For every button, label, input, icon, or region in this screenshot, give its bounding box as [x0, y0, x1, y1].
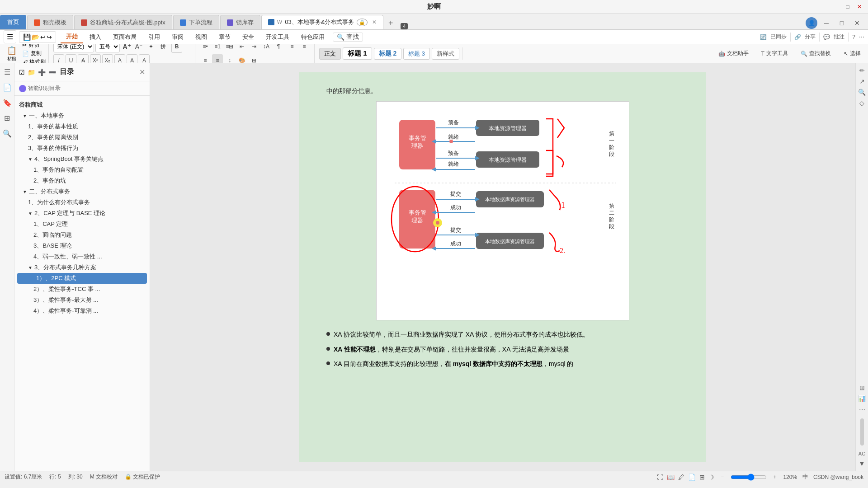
tree-item-root[interactable]: 谷粒商城: [14, 99, 150, 110]
zoom-out-btn[interactable]: －: [720, 473, 725, 481]
align-left-btn[interactable]: ≡: [287, 44, 297, 53]
tree-item-weak[interactable]: 4、弱一致性、弱一致性 ...: [14, 251, 150, 262]
nav-search-icon[interactable]: 🔍: [2, 128, 12, 138]
indent-increase-btn[interactable]: ⇥: [249, 44, 259, 53]
doc-icon2[interactable]: 📄: [688, 474, 696, 481]
align-right-btn[interactable]: ≡: [200, 54, 211, 63]
tree-item-propagation[interactable]: 3、事务的传播行为: [14, 143, 150, 154]
ribbon-tab-dev[interactable]: 开发工具: [260, 31, 295, 43]
tree-item-tcc[interactable]: 2）、柔性事务-TCC 事 ...: [14, 284, 150, 295]
style-new-btn[interactable]: 新样式: [432, 48, 459, 60]
select-btn[interactable]: ↖ 选择: [839, 48, 865, 59]
right-icon-down[interactable]: ▼: [859, 460, 865, 467]
border-btn[interactable]: ⊞: [249, 54, 259, 63]
restore-tab-btn[interactable]: □: [835, 17, 848, 29]
nav-toc-icon[interactable]: 📄: [2, 82, 12, 92]
find-replace-btn[interactable]: 🔍 查找替换: [796, 48, 835, 59]
right-icon-cursor[interactable]: ↗: [859, 78, 865, 85]
redo-quick-icon[interactable]: ↪: [47, 33, 52, 41]
bullet-list-btn[interactable]: ≡•: [200, 44, 211, 53]
font-size-select[interactable]: 五号: [95, 44, 120, 52]
tab-db[interactable]: 锁库存: [220, 15, 260, 29]
right-icon-shape[interactable]: ◇: [859, 99, 864, 107]
tree-item-why-dist[interactable]: 1、为什么有分布式事务: [14, 197, 150, 208]
undo-quick-icon[interactable]: ↩: [40, 33, 46, 41]
sidebar-minus-icon[interactable]: ➖: [48, 69, 56, 76]
nav-thumbnail-icon[interactable]: ⊞: [2, 113, 12, 123]
help-btn[interactable]: ?: [852, 34, 855, 40]
nav-toggle[interactable]: ☰: [4, 30, 16, 43]
tree-item-reliable-msg[interactable]: 4）、柔性事务-可靠消 ...: [14, 305, 150, 316]
italic-btn[interactable]: I: [53, 54, 64, 63]
doc-helper-btn[interactable]: 🤖 文档助手: [714, 48, 753, 59]
tree-item-dist-tx[interactable]: ▼二、分布式事务: [14, 186, 150, 197]
ribbon-tab-ref[interactable]: 引用: [143, 31, 165, 43]
search-ribbon-btn[interactable]: 🔍 查找: [333, 33, 363, 42]
ribbon-tab-insert[interactable]: 插入: [84, 31, 107, 43]
more-btn[interactable]: ⋯: [859, 34, 864, 40]
tab-ppt[interactable]: 谷粒商城-分布式高级-图.pptx: [74, 15, 172, 29]
save-icon[interactable]: 💾: [23, 33, 31, 41]
ribbon-tab-chapter[interactable]: 章节: [213, 31, 236, 43]
text-tool-btn[interactable]: T 文字工具: [757, 48, 793, 59]
sidebar-ai-bar[interactable]: 智能识别目录: [14, 81, 150, 96]
align-center-btn[interactable]: ≡: [299, 44, 310, 53]
clear-format-btn[interactable]: ✦: [146, 44, 156, 53]
content-area[interactable]: 中的那部分信息。 事务管 理器 本地资源管理器 本地资源管理器: [150, 63, 855, 471]
right-icon-table[interactable]: ⊞: [859, 384, 865, 391]
sidebar-check-icon[interactable]: ☑: [19, 69, 25, 76]
show-para-btn[interactable]: ¶: [273, 44, 284, 53]
zoom-in-btn[interactable]: ＋: [772, 473, 778, 481]
grid-icon[interactable]: ⊞: [699, 474, 705, 481]
highlight-btn[interactable]: A̲: [127, 54, 137, 63]
nav-menu-icon[interactable]: ☰: [2, 67, 12, 77]
paste-btn[interactable]: 📋 粘贴: [3, 46, 21, 62]
zoom-level[interactable]: 120%: [783, 474, 797, 480]
right-icon-edit[interactable]: ✏: [859, 67, 865, 74]
reading-icon[interactable]: 📖: [667, 474, 675, 481]
minimize-button[interactable]: ─: [832, 3, 840, 11]
tree-item-base[interactable]: 3、BASE 理论: [14, 240, 150, 251]
ribbon-tab-review[interactable]: 审阅: [166, 31, 189, 43]
sidebar-folder-icon[interactable]: 📁: [28, 69, 35, 76]
tree-item-isolation[interactable]: 2、事务的隔离级别: [14, 132, 150, 143]
outline-list-btn[interactable]: ≡⊞: [224, 44, 235, 53]
scrollbar-thumb[interactable]: [860, 418, 864, 446]
copy-btn[interactable]: 📄 复制: [22, 50, 46, 57]
tree-item-solutions[interactable]: ▼3、分布式事务几种方案: [14, 262, 150, 273]
cut-btn[interactable]: ✂ 剪切: [22, 44, 46, 49]
zoom-slider[interactable]: [731, 474, 767, 481]
superscript-btn[interactable]: X²: [90, 54, 101, 63]
ribbon-tab-view[interactable]: 视图: [190, 31, 212, 43]
open-icon[interactable]: 📂: [32, 33, 39, 41]
ribbon-tab-layout[interactable]: 页面布局: [108, 31, 142, 43]
tree-item-problems[interactable]: 2、面临的问题: [14, 230, 150, 240]
tab-add-button[interactable]: +: [384, 17, 397, 29]
right-icon-chart[interactable]: 📊: [858, 395, 866, 402]
close-tab-btn[interactable]: ✕: [851, 17, 863, 29]
sort-btn[interactable]: ↕A: [261, 44, 272, 53]
minimize-tab-btn[interactable]: ─: [820, 17, 833, 29]
ribbon-tab-special[interactable]: 特色应用: [296, 31, 330, 43]
line-spacing-btn[interactable]: ↕: [224, 54, 235, 63]
tree-item-2pc[interactable]: 1）、2PC 模式: [17, 273, 147, 284]
comment-label[interactable]: 批注: [834, 33, 844, 41]
underline-btn[interactable]: U: [66, 54, 76, 63]
format-painter-btn[interactable]: 🖌 格式刷: [22, 58, 46, 63]
tree-item-auto-config[interactable]: 1、事务的自动配置: [14, 164, 150, 175]
right-icon-more[interactable]: ⋯: [859, 406, 865, 413]
pen-icon[interactable]: 🖊: [678, 474, 684, 481]
strikethrough-btn[interactable]: A̶: [78, 54, 89, 63]
indent-decrease-btn[interactable]: ⇤: [236, 44, 247, 53]
tree-item-tx-pit[interactable]: 2、事务的坑: [14, 175, 150, 186]
tree-item-local-tx[interactable]: ▼一、本地事务: [14, 110, 150, 121]
style-h2-btn[interactable]: 标题 2: [374, 48, 402, 60]
tab-home[interactable]: 首页: [0, 15, 26, 29]
share-label[interactable]: 分享: [805, 33, 816, 41]
tab-template[interactable]: 稻壳模板: [27, 15, 73, 29]
tab-flow[interactable]: 下单流程: [173, 15, 219, 29]
char-shading-btn[interactable]: A: [139, 54, 150, 63]
font-color-a-btn[interactable]: A: [114, 54, 125, 63]
moon-icon[interactable]: ☽: [708, 474, 714, 481]
tree-item-cap[interactable]: 1、CAP 定理: [14, 219, 150, 230]
